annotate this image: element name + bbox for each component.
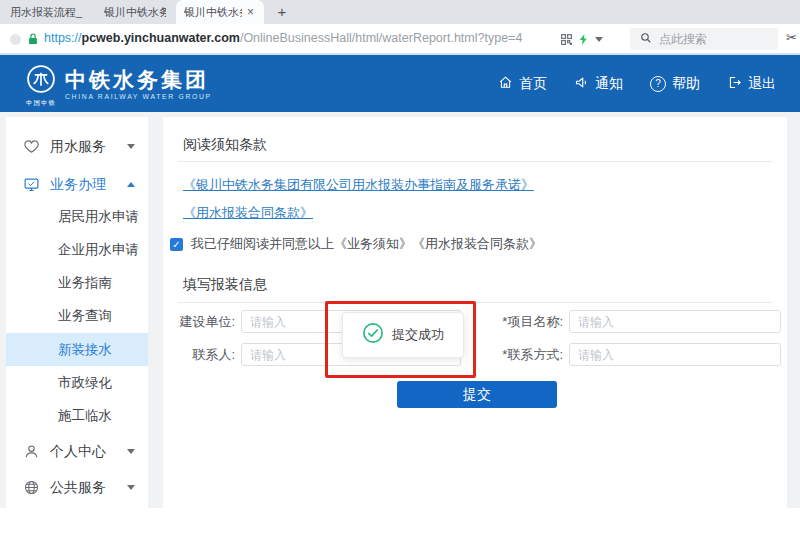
sidebar-item-construction-temporary-water[interactable]: 施工临水 xyxy=(6,399,148,432)
lightning-icon[interactable] xyxy=(578,32,589,50)
url-domain: pcweb.yinchuanwater.com xyxy=(82,31,240,45)
user-icon xyxy=(23,443,40,460)
sidebar-item-municipal-greening[interactable]: 市政绿化 xyxy=(6,366,148,399)
chevron-up-icon xyxy=(127,182,135,187)
browser-tab-bar: 用水报装流程_ 银川中铁水务集 银川中铁水务集 × + xyxy=(0,0,800,24)
browser-tab-active[interactable]: 银川中铁水务集 × xyxy=(176,0,264,24)
nav-logout[interactable]: 退出 xyxy=(727,75,776,93)
address-bar: https://pcweb.yinchuanwater.com/OnlineBu… xyxy=(0,24,800,55)
search-placeholder: 点此搜索 xyxy=(659,31,707,48)
sidebar-item-resident-water-application[interactable]: 居民用水申请 xyxy=(6,200,148,233)
search-icon xyxy=(640,32,652,47)
sidebar-group-personal-center[interactable]: 个人中心 xyxy=(6,434,148,470)
monitor-icon xyxy=(23,176,40,193)
app-header: 中国中铁 中铁水务集团 CHINA RAILWAY WATER GROUP 首页… xyxy=(0,55,800,112)
sidebar-group-label: 公共服务 xyxy=(50,479,106,497)
logo: 中国中铁 中铁水务集团 CHINA RAILWAY WATER GROUP xyxy=(26,64,212,108)
field-label: 联系人: xyxy=(163,346,235,364)
field-contact-method: *联系方式: xyxy=(493,343,781,366)
heart-icon xyxy=(23,138,40,155)
contact-method-input[interactable] xyxy=(569,343,781,366)
tab-title: 银川中铁水务集 xyxy=(104,5,166,20)
field-label: *项目名称: xyxy=(493,313,563,331)
browser-tab-2[interactable]: 银川中铁水务集 xyxy=(96,0,174,24)
lock-icon[interactable] xyxy=(27,32,39,50)
divider xyxy=(178,161,772,162)
sidebar-item-new-water-connection-active[interactable]: 新装接水 xyxy=(6,333,148,366)
sidebar-item-enterprise-water-application[interactable]: 企业用水申请 xyxy=(6,233,148,266)
project-name-input[interactable] xyxy=(569,310,781,333)
url-text[interactable]: https://pcweb.yinchuanwater.com/OnlineBu… xyxy=(44,24,522,53)
nav-home-label: 首页 xyxy=(519,75,547,93)
globe-icon xyxy=(23,479,40,496)
sidebar-group-water-service[interactable]: 用水服务 xyxy=(6,129,148,165)
nav-notice[interactable]: 通知 xyxy=(574,75,623,93)
sidebar-item-business-query[interactable]: 业务查询 xyxy=(6,299,148,332)
logo-subtitle: CHINA RAILWAY WATER GROUP xyxy=(65,93,212,100)
logout-icon xyxy=(727,75,742,93)
url-path: /OnlineBusinessHall/html/waterReport.htm… xyxy=(240,31,522,45)
nav-logout-label: 退出 xyxy=(748,75,776,93)
sidebar-group-label: 个人中心 xyxy=(50,443,106,461)
form-section-title: 填写报装信息 xyxy=(183,276,267,294)
agreement-checkbox[interactable]: ✓ xyxy=(170,238,183,251)
chevron-down-icon xyxy=(127,449,135,454)
sidebar-group-label: 业务办理 xyxy=(50,176,106,194)
new-tab-button[interactable]: + xyxy=(272,2,292,22)
railway-emblem-icon xyxy=(26,64,56,98)
logo-badge: 中国中铁 xyxy=(26,99,56,108)
nav-home[interactable]: 首页 xyxy=(498,75,547,93)
quick-search-box[interactable]: 点此搜索 xyxy=(630,28,778,50)
url-separator: :// xyxy=(71,31,81,45)
tab-close-icon[interactable]: × xyxy=(247,6,254,18)
annotation-red-rectangle xyxy=(325,301,476,378)
nav-notice-label: 通知 xyxy=(595,75,623,93)
browser-window: 用水报装流程_ 银川中铁水务集 银川中铁水务集 × + https://pcwe… xyxy=(0,0,800,534)
tab-title: 银川中铁水务集 xyxy=(184,5,242,20)
help-icon: ? xyxy=(650,76,666,92)
field-project-name: *项目名称: xyxy=(493,310,781,333)
sidebar-item-business-guide[interactable]: 业务指南 xyxy=(6,266,148,299)
logo-title: 中铁水务集团 xyxy=(65,67,212,93)
field-label: *联系方式: xyxy=(493,346,563,364)
nav-help[interactable]: ? 帮助 xyxy=(650,75,700,93)
guide-and-promise-link[interactable]: 《银川中铁水务集团有限公司用水报装办事指南及服务承诺》 xyxy=(183,176,534,194)
chevron-down-icon[interactable] xyxy=(595,37,603,42)
contract-terms-link[interactable]: 《用水报装合同条款》 xyxy=(183,204,313,222)
site-info-icon xyxy=(10,34,21,45)
sidebar: 用水服务 业务办理 居民用水申请 企业用水申请 业务指南 业务查询 新装接水 市… xyxy=(6,117,148,508)
header-nav: 首页 通知 ? 帮助 退出 xyxy=(498,55,776,112)
sidebar-group-label: 用水服务 xyxy=(50,138,106,156)
field-label: 建设单位: xyxy=(163,313,235,331)
agreement-text: 我已仔细阅读并同意以上《业务须知》《用水报装合同条款》 xyxy=(191,235,542,253)
tab-title: 用水报装流程_ xyxy=(10,5,86,20)
sidebar-group-business[interactable]: 业务办理 xyxy=(6,167,148,203)
browser-tab-1[interactable]: 用水报装流程_ xyxy=(2,0,94,24)
nav-help-label: 帮助 xyxy=(672,75,700,93)
scissors-icon[interactable]: ✂ xyxy=(786,30,797,45)
sidebar-group-public-service[interactable]: 公共服务 xyxy=(6,470,148,506)
agreement-row: ✓ 我已仔细阅读并同意以上《业务须知》《用水报装合同条款》 xyxy=(170,235,542,253)
notice-section-title: 阅读须知条款 xyxy=(183,136,267,154)
home-icon xyxy=(498,75,513,93)
url-scheme: https xyxy=(44,31,71,45)
chevron-down-icon xyxy=(127,485,135,490)
chevron-down-icon xyxy=(127,144,135,149)
submit-button[interactable]: 提交 xyxy=(397,381,557,408)
qr-code-icon[interactable] xyxy=(560,32,573,50)
horn-icon xyxy=(574,75,589,93)
